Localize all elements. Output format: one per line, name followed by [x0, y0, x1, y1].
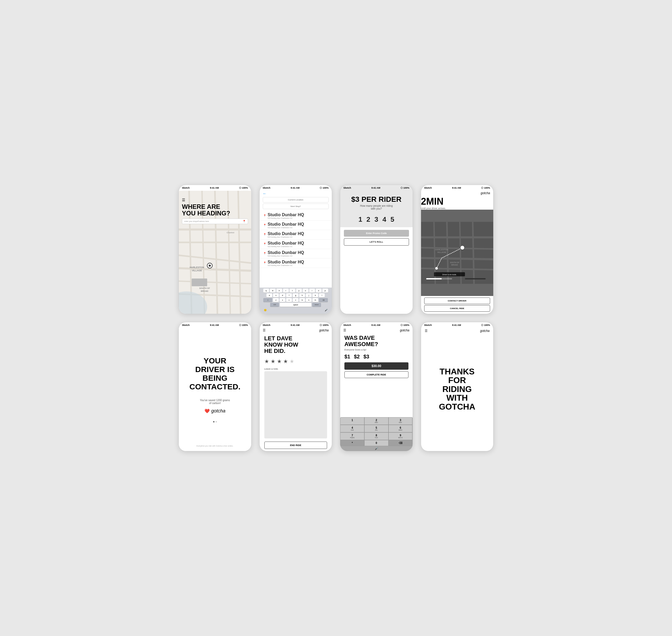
contact-driver-button-4[interactable]: CONTACT DRIVER [424, 298, 491, 304]
kb-v[interactable]: v [293, 298, 299, 302]
kb-space[interactable]: space [280, 303, 311, 307]
hamburger-6[interactable]: ☰ [263, 329, 266, 332]
suggestion-2[interactable]: 📍 Studio Dunbar HQ 515 Ashley Ave Charle… [260, 221, 332, 230]
screen-1-frame: Sketch 9:41 AM ⬡ 100% [178, 185, 251, 314]
kb-return[interactable]: return [312, 303, 321, 307]
tip-1-7[interactable]: $1 [344, 354, 350, 360]
kb-i[interactable]: i [309, 289, 315, 293]
suggestion-6[interactable]: 📍 Studio Dunbar HQ 515 Ashley Ave Charle… [260, 258, 332, 268]
kb-j[interactable]: j [306, 293, 312, 297]
kb-m[interactable]: m [312, 298, 318, 302]
complete-ride-button-7[interactable]: COMPLETE RIDE [344, 371, 408, 378]
suggestion-3[interactable]: 📍 Studio Dunbar HQ 515 Ashley Ave Charle… [260, 230, 332, 240]
roll-button-3[interactable]: LET'S ROLL [344, 238, 409, 245]
suggestion-5[interactable]: 📍 Studio Dunbar HQ 515 Ashley Ave Charle… [260, 249, 332, 258]
hamburger-8[interactable]: ☰ [425, 329, 428, 333]
search-box-1[interactable]: enter your dropoff adress here 📍 [182, 219, 248, 224]
count-4[interactable]: 4 [382, 215, 386, 223]
kb-mic-icon[interactable]: 🎤 [323, 308, 329, 312]
kb-c[interactable]: c [286, 298, 292, 302]
kb-y[interactable]: y [296, 289, 302, 293]
svg-text:VILLAGE: VILLAGE [437, 251, 446, 253]
numpad-row-2: 4GHI 5JKL 6MNO [340, 425, 412, 432]
hamburger-7[interactable]: ☰ [343, 329, 346, 332]
kb-f[interactable]: f [286, 293, 292, 297]
kb-q[interactable]: q [263, 289, 269, 293]
svg-text:BROAD: BROAD [451, 264, 458, 266]
kb-del[interactable]: ⌫ [319, 298, 328, 302]
kb-s[interactable]: s [273, 293, 279, 297]
svg-point-34 [460, 245, 464, 250]
pin-icon-s5: 📍 [263, 252, 266, 255]
kb-k[interactable]: k [312, 293, 318, 297]
kb-x[interactable]: x [280, 298, 285, 302]
kb-g[interactable]: g [293, 293, 299, 297]
numpad-1[interactable]: 1 [340, 417, 364, 425]
numpad-row-3: 7PQRS 8TUV 9WXYZ [340, 432, 412, 440]
gotcha-brand-5: gotcha [211, 408, 226, 414]
star-4-6[interactable]: ★ [283, 358, 288, 364]
count-1[interactable]: 1 [359, 215, 362, 223]
cancel-ride-button-4[interactable]: CANCEL RIDE [424, 305, 491, 312]
count-2[interactable]: 2 [366, 215, 370, 223]
status-signal-8: Sketch [424, 324, 432, 326]
kb-b[interactable]: b [299, 298, 305, 302]
numpad-5[interactable]: 5JKL [364, 425, 388, 432]
svg-rect-39 [426, 278, 442, 279]
kb-l[interactable]: l [319, 293, 325, 297]
suggestion-4[interactable]: 📍 Studio Dunbar HQ 515 Ashley Ave Charle… [260, 240, 332, 249]
star-5-6[interactable]: ★ [290, 358, 294, 364]
kb-o[interactable]: o [316, 289, 322, 293]
kb-d[interactable]: d [280, 293, 285, 297]
status-battery-8: ⬡ 100% [481, 324, 490, 326]
numpad-7[interactable]: 7PQRS [340, 432, 364, 440]
numpad-7: 1 2ABC 3DEF 4GHI 5JKL 6MNO 7PQRS 8TUV 9W… [340, 417, 412, 451]
next-stop-field[interactable]: Next Stop? [263, 204, 329, 209]
numpad-4[interactable]: 4GHI [340, 425, 364, 432]
note-area-6[interactable] [264, 371, 327, 439]
numpad-2[interactable]: 2ABC [364, 417, 388, 425]
numpad-3[interactable]: 3DEF [388, 417, 412, 425]
kb-r[interactable]: r [283, 289, 289, 293]
kb-123[interactable]: 123 [270, 303, 279, 307]
kb-t[interactable]: t [290, 289, 295, 293]
thanks-title-8: THANKSFORRIDINGWITHGOTCHA [439, 367, 475, 412]
kb-w[interactable]: w [270, 289, 276, 293]
svg-point-35 [435, 267, 438, 270]
price-sub-3: How many people are ridingwith you? [344, 204, 409, 210]
star-3-6[interactable]: ★ [277, 358, 282, 364]
current-location-field[interactable]: Current Location [263, 197, 329, 202]
promo-button-3[interactable]: Enter Promo Code [344, 230, 409, 237]
numpad-6[interactable]: 6MNO [388, 425, 412, 432]
kb-h[interactable]: h [299, 293, 305, 297]
tip-input-7[interactable]: $30.00 [344, 362, 408, 370]
tip-2-7[interactable]: $2 [354, 354, 360, 360]
status-signal-4: Sketch [424, 186, 432, 189]
end-ride-button-6[interactable]: END RIDE [264, 442, 327, 449]
kb-p[interactable]: p [322, 289, 328, 293]
numpad-del[interactable]: ⌫ [388, 440, 412, 446]
numpad-mic-icon[interactable]: 🎤 [375, 447, 378, 450]
kb-z[interactable]: z [273, 298, 279, 302]
numpad-0[interactable]: 0 [364, 440, 388, 446]
status-bar-7: Sketch 9:41 AM ⬡ 100% [340, 322, 412, 327]
tip-3-7[interactable]: $3 [364, 354, 369, 360]
kb-emoji-icon[interactable]: 🙂 [262, 308, 268, 312]
numpad-9[interactable]: 9WXYZ [388, 432, 412, 440]
kb-n[interactable]: n [306, 298, 312, 302]
status-time-2: 9:41 AM [291, 186, 300, 189]
count-3[interactable]: 3 [375, 215, 378, 223]
back-arrow-2[interactable]: ← [263, 191, 267, 196]
suggestion-1[interactable]: 📍 Studio Dunbar HQ 515 Ashley Ave Charle… [260, 211, 332, 221]
kb-u[interactable]: u [303, 289, 308, 293]
numpad-8[interactable]: 8TUV [364, 432, 388, 440]
kb-e[interactable]: e [276, 289, 282, 293]
star-2-6[interactable]: ★ [271, 358, 275, 364]
hamburger-menu-1[interactable]: ☰ [182, 198, 248, 202]
screens-grid: Sketch 9:41 AM ⬡ 100% [178, 185, 494, 452]
kb-a[interactable]: a [266, 293, 272, 297]
numpad-star[interactable]: * [340, 440, 364, 446]
kb-shift[interactable]: ⇧ [263, 298, 272, 302]
count-5[interactable]: 5 [390, 215, 394, 223]
star-1-6[interactable]: ★ [264, 358, 269, 364]
